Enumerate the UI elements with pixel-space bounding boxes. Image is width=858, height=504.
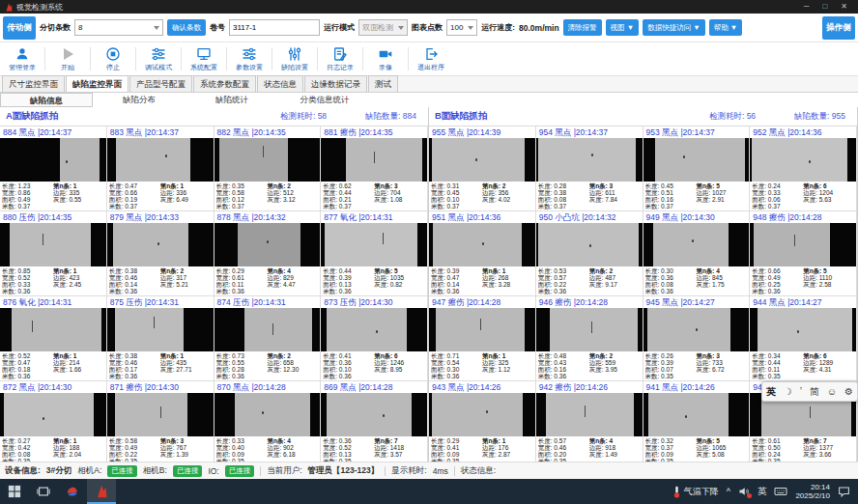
defect-meta-right: 第n条: 5边距: 1035灰度: 0.82 bbox=[374, 267, 425, 294]
defect-cell[interactable]: 870 黑点 |20:14:28长度: 0.33宽度: 0.40面积: 0.09… bbox=[214, 381, 322, 466]
defect-meta-right: 第n条: 2边距: 487灰度: 9.17 bbox=[589, 267, 641, 294]
defect-dot-mark bbox=[685, 415, 687, 418]
defect-cell[interactable]: 875 压伤 |20:14:31长度: 0.38宽度: 0.46面积: 0.17… bbox=[107, 296, 214, 381]
action-center-icon[interactable] bbox=[838, 486, 850, 497]
defect-meta: 长度: 1.23宽度: 0.86面积: 0.49米数: 0.37第n条: 1边距… bbox=[0, 182, 106, 210]
meta-length: 长度: 0.85 bbox=[2, 267, 53, 274]
ime-simplified-toggle[interactable]: 简 bbox=[810, 383, 819, 400]
roll-number-input[interactable] bbox=[229, 19, 320, 36]
tab-main-3[interactable]: 系统参数配置 bbox=[193, 75, 256, 92]
defect-line-mark bbox=[480, 319, 481, 330]
defect-cell[interactable]: 876 氧化 |20:14:31长度: 0.52宽度: 0.47面积: 0.18… bbox=[0, 296, 107, 381]
toolbar-button-params[interactable]: 参数设置 bbox=[229, 46, 270, 72]
defect-cell[interactable]: 880 压伤 |20:14:35长度: 0.85宽度: 0.52面积: 0.33… bbox=[0, 211, 107, 296]
clock-tray-item[interactable]: 20:14 2025/2/10 bbox=[795, 483, 830, 500]
tab-sub-1[interactable]: 缺陷分布 bbox=[93, 93, 186, 107]
defect-cell[interactable]: 872 黑点 |20:14:30长度: 0.27宽度: 0.42面积: 0.08… bbox=[0, 381, 107, 466]
input-language-indicator[interactable]: 英 bbox=[758, 486, 767, 498]
ime-emoji-icon[interactable]: ☺ bbox=[827, 383, 837, 400]
defect-cell[interactable]: 882 黑点 |20:14:35长度: 0.35宽度: 0.58面积: 0.12… bbox=[214, 126, 322, 211]
defect-cell[interactable]: 878 黑点 |20:14:32长度: 0.29宽度: 0.61面积: 0.11… bbox=[214, 211, 322, 296]
defect-cell[interactable]: 947 擦伤 |20:14:28长度: 0.71宽度: 0.54面积: 0.30… bbox=[429, 296, 536, 381]
minimize-button[interactable]: ─ bbox=[804, 0, 810, 14]
run-mode-select[interactable]: 双面检测 bbox=[358, 19, 408, 36]
data-quick-access-button[interactable]: 数据快捷访问 ▼ bbox=[643, 19, 705, 36]
tab-sub-3[interactable]: 分类信息统计 bbox=[278, 93, 371, 107]
defect-cell[interactable]: 884 黑点 |20:14:37长度: 1.23宽度: 0.86面积: 0.49… bbox=[0, 126, 107, 211]
tab-main-2[interactable]: 产品型号配置 bbox=[129, 75, 192, 92]
view-menu-button[interactable]: 视图 ▼ bbox=[606, 19, 640, 36]
defect-cell[interactable]: 954 黑点 |20:14:37长度: 0.28宽度: 0.38面积: 0.08… bbox=[536, 126, 644, 211]
tray-expand-caret[interactable]: ^ bbox=[727, 487, 730, 496]
defect-cell[interactable]: 949 黑点 |20:14:30长度: 0.30宽度: 0.36面积: 0.08… bbox=[644, 211, 751, 296]
toolbar-button-defect[interactable]: 缺陷设置 bbox=[274, 46, 315, 72]
taskbar-app-icon[interactable] bbox=[58, 479, 87, 504]
touch-keyboard-icon[interactable] bbox=[774, 486, 787, 497]
defect-cell[interactable]: 943 黑点 |20:14:26长度: 0.29宽度: 0.41面积: 0.09… bbox=[429, 381, 536, 466]
weather-tray-item[interactable]: 气温下降 bbox=[672, 486, 719, 498]
toolbar-button-play[interactable]: 开始 bbox=[47, 46, 88, 72]
slit-count-select[interactable]: 8 bbox=[74, 19, 163, 36]
meta-area: 面积: 0.09 bbox=[216, 451, 268, 458]
defect-cell[interactable]: 950 小凸坑 |20:14:32长度: 0.53宽度: 0.57面积: 0.2… bbox=[536, 211, 644, 296]
clear-alarm-button[interactable]: 清除报警 bbox=[563, 19, 602, 36]
toolbar-button-log[interactable]: 日志记录 bbox=[320, 46, 360, 72]
chart-points-select[interactable]: 100 bbox=[446, 19, 477, 36]
confirm-count-button[interactable]: 确认条数 bbox=[167, 19, 206, 36]
toolbar-button-system[interactable]: 系统配置 bbox=[184, 46, 224, 72]
task-view-button[interactable] bbox=[29, 479, 58, 504]
toolbar-button-user[interactable]: 管理登录 bbox=[2, 46, 43, 72]
tab-main-1[interactable]: 缺陷监控界面 bbox=[66, 75, 129, 92]
defect-cell-header: 884 黑点 |20:14:37 bbox=[0, 126, 106, 138]
meta-meters: 米数: 0.36 bbox=[538, 288, 589, 294]
drive-side-button[interactable]: 传动侧 bbox=[3, 16, 36, 40]
help-menu-button[interactable]: 帮助 ▼ bbox=[709, 19, 743, 36]
tab-sub-0[interactable]: 缺陷信息 bbox=[0, 93, 93, 107]
meta-margin: 边距: 356 bbox=[482, 189, 533, 196]
ime-settings-icon[interactable]: ⚙ bbox=[844, 383, 853, 400]
defect-cell[interactable]: 883 黑点 |20:14:37长度: 0.47宽度: 0.66面积: 0.19… bbox=[107, 126, 214, 211]
ime-language-toggle[interactable]: 英 bbox=[766, 383, 776, 400]
toolbar-button-camera[interactable]: 录像 bbox=[365, 46, 406, 72]
defect-cell[interactable]: 948 擦伤 |20:14:28长度: 0.66宽度: 0.49面积: 0.25… bbox=[750, 211, 857, 296]
toolbar-button-stop[interactable]: 停止 bbox=[93, 46, 133, 72]
defect-cell[interactable]: 945 黑点 |20:14:27长度: 0.26宽度: 0.39面积: 0.07… bbox=[644, 296, 751, 381]
tab-main-0[interactable]: 尺寸监控界面 bbox=[2, 75, 65, 92]
maximize-button[interactable]: □ bbox=[822, 0, 827, 14]
tab-main-6[interactable]: 测试 bbox=[368, 75, 398, 92]
defect-cell[interactable]: 869 黑点 |20:14:28长度: 0.36宽度: 0.52面积: 0.13… bbox=[321, 381, 428, 466]
defect-cell[interactable]: 873 压伤 |20:14:30长度: 0.41宽度: 0.36面积: 0.10… bbox=[321, 296, 428, 381]
defect-cell[interactable]: 942 擦伤 |20:14:26长度: 0.57宽度: 0.46面积: 0.20… bbox=[536, 381, 644, 466]
defect-cell[interactable]: 877 氧化 |20:14:31长度: 0.44宽度: 0.39面积: 0.13… bbox=[321, 211, 428, 296]
defect-cell-header: 943 黑点 |20:14:26 bbox=[429, 381, 535, 393]
start-button[interactable] bbox=[0, 479, 29, 504]
volume-icon[interactable] bbox=[738, 486, 750, 497]
meta-strip: 第n条: 1 bbox=[482, 352, 533, 359]
defect-cell[interactable]: 951 黑点 |20:14:36长度: 0.39宽度: 0.47面积: 0.14… bbox=[429, 211, 536, 296]
defect-cell[interactable]: 881 擦伤 |20:14:35长度: 0.62宽度: 0.44面积: 0.21… bbox=[321, 126, 428, 211]
tab-main-4[interactable]: 状态信息 bbox=[257, 75, 303, 92]
defect-cell[interactable]: 946 擦伤 |20:14:28长度: 0.48宽度: 0.43面积: 0.16… bbox=[536, 296, 644, 381]
defect-cell[interactable]: 953 黑点 |20:14:37长度: 0.45宽度: 0.51面积: 0.16… bbox=[644, 126, 751, 211]
defect-cell[interactable]: 952 黑点 |20:14:36长度: 0.24宽度: 0.33面积: 0.06… bbox=[750, 126, 857, 211]
ime-moon-icon[interactable]: ☽ bbox=[784, 383, 792, 400]
defect-cell[interactable]: 874 压伤 |20:14:31长度: 0.73宽度: 0.55面积: 0.28… bbox=[214, 296, 322, 381]
toolbar-button-debug[interactable]: 调试模式 bbox=[138, 46, 179, 72]
status-info-label: 状态信息: bbox=[461, 465, 496, 477]
meta-strip: 第n条: 4 bbox=[696, 267, 747, 274]
taskbar-active-app-icon[interactable] bbox=[87, 479, 116, 504]
defect-cell[interactable]: 941 黑点 |20:14:26长度: 0.32宽度: 0.37面积: 0.09… bbox=[644, 381, 751, 466]
close-button[interactable]: ✕ bbox=[841, 0, 847, 14]
defect-cell[interactable]: 955 黑点 |20:14:39长度: 0.31宽度: 0.45面积: 0.10… bbox=[429, 126, 536, 211]
defect-cell[interactable]: 944 黑点 |20:14:27长度: 0.34宽度: 0.44面积: 0.11… bbox=[750, 296, 857, 381]
tab-main-5[interactable]: 边缘数据记录 bbox=[304, 75, 367, 92]
meta-margin: 边距: 512 bbox=[267, 189, 318, 196]
meta-margin: 边距: 423 bbox=[53, 274, 104, 281]
operator-side-button[interactable]: 操作侧 bbox=[822, 16, 855, 40]
toolbar-button-exit[interactable]: 退出程序 bbox=[411, 46, 451, 72]
ime-punctuation-toggle[interactable]: ’ bbox=[800, 383, 802, 400]
tab-sub-2[interactable]: 缺陷统计 bbox=[186, 93, 278, 107]
defect-cell[interactable]: 871 擦伤 |20:14:30长度: 0.58宽度: 0.49面积: 0.22… bbox=[107, 381, 214, 466]
meta-width: 宽度: 0.52 bbox=[2, 274, 53, 281]
defect-cell[interactable]: 879 黑点 |20:14:33长度: 0.38宽度: 0.46面积: 0.14… bbox=[107, 211, 214, 296]
